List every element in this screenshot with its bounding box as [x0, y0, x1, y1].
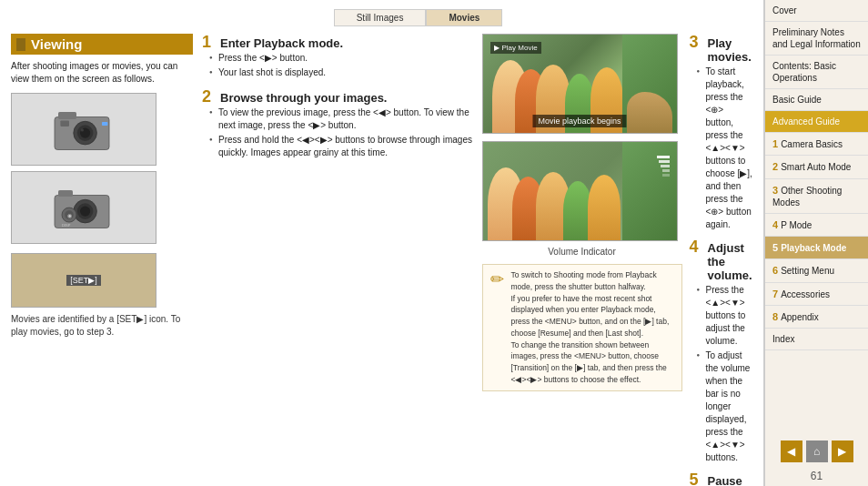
sidebar-item-num-12: 8 [772, 310, 778, 323]
sidebar: CoverPreliminary Notes and Legal Informa… [764, 0, 868, 486]
play-overlay: ▶ Play Movie [490, 42, 541, 54]
svg-rect-6 [102, 122, 107, 126]
sidebar-item-label-5: Camera Basics [781, 139, 843, 149]
sidebar-item-6[interactable]: 2Smart Auto Mode [765, 156, 868, 178]
sidebar-item-8[interactable]: 4P Mode [765, 214, 868, 237]
sidebar-item-7[interactable]: 3Other Shooting Modes [765, 179, 868, 214]
set-badge: [SET▶] [66, 275, 101, 286]
sidebar-item-3[interactable]: Basic Guide [765, 89, 868, 111]
step-3-bullets: To start playback, press the <⊕> button,… [690, 66, 753, 231]
step-1-bullets: Press the <▶> button. Your last shot is … [202, 52, 473, 79]
step-2-header: 2 Browse through your images. [202, 88, 473, 105]
svg-rect-12 [58, 189, 73, 196]
thumb-set-icon: [SET▶] [11, 253, 156, 308]
page-title: Viewing [31, 36, 82, 52]
intro-text: After shooting images or movies, you can… [11, 60, 193, 86]
sidebar-item-num-8: 4 [772, 218, 778, 231]
movies-note: Movies are identified by a [SET▶] icon. … [11, 313, 193, 339]
sidebar-item-5[interactable]: 1Camera Basics [765, 133, 868, 156]
sidebar-item-4[interactable]: Advanced Guide [765, 111, 868, 133]
page-title-bar: Viewing [11, 34, 193, 55]
camera-illustration-2: ◉ DISP [47, 183, 120, 233]
svg-text:◉: ◉ [67, 213, 72, 218]
svg-text:DISP: DISP [62, 222, 71, 227]
sidebar-item-num-9: 5 [772, 241, 778, 254]
step-3-bullet-0: To start playback, press the <⊕> button,… [697, 66, 753, 231]
step-2-bullets: To view the previous image, press the <◀… [202, 106, 473, 159]
tab-still-images[interactable]: Still Images [334, 9, 427, 26]
photo1-sublabel: Movie playback begins [532, 115, 626, 127]
sidebar-item-9[interactable]: 5Playback Mode [765, 237, 868, 259]
sidebar-items-container: CoverPreliminary Notes and Legal Informa… [765, 0, 868, 350]
middle-right: ▶ Play Movie Movie playback begins [482, 34, 753, 486]
step-2-title: Browse through your images. [220, 91, 387, 105]
nav-next-button[interactable]: ▶ [832, 440, 853, 462]
step-5: 5 Pause playback. To pause or resume pla… [690, 471, 753, 486]
step-1-title: Enter Playback mode. [220, 36, 343, 50]
vol-bar-1 [657, 156, 670, 158]
photo-column: ▶ Play Movie Movie playback begins [482, 34, 682, 486]
thumb-camera-2: ◉ DISP [11, 171, 156, 244]
svg-rect-1 [58, 111, 76, 118]
step-5-header: 5 Pause playback. [690, 471, 753, 486]
sidebar-item-10[interactable]: 6Setting Menu [765, 259, 868, 282]
sidebar-item-label-2: Contents: Basic Operations [772, 61, 836, 83]
sidebar-item-label-0: Cover [772, 5, 797, 15]
vol-bar-4 [662, 169, 670, 172]
sidebar-item-12[interactable]: 8Appendix [765, 306, 868, 329]
step-1-bullet-0: Press the <▶> button. [209, 52, 473, 65]
sidebar-item-0[interactable]: Cover [765, 0, 868, 22]
tab-movies[interactable]: Movies [426, 9, 502, 26]
notes-text: To switch to Shooting mode from Playback… [511, 269, 674, 386]
person-vol-5 [588, 175, 621, 240]
step-4-num: 4 [690, 238, 704, 255]
nav-prev-button[interactable]: ◀ [781, 440, 802, 462]
sidebar-item-2[interactable]: Contents: Basic Operations [765, 56, 868, 89]
sidebar-item-label-7: Other Shooting Modes [772, 186, 842, 208]
camera-illustration-1 [47, 105, 120, 155]
main-content: Still Images Movies Viewing After shooti… [0, 0, 764, 486]
volume-bars [657, 156, 670, 177]
step-4: 4 Adjust the volume. Press the <▲><▼> bu… [690, 238, 753, 464]
vol-bar-5 [662, 174, 670, 177]
step-3-header: 3 Play movies. [690, 34, 753, 64]
step-4-title: Adjust the volume. [708, 241, 753, 282]
play-label: Play Movie [502, 44, 538, 52]
step-1-bullet-1: Your last shot is displayed. [209, 66, 473, 79]
set-icon-row: [SET▶] [11, 253, 193, 308]
step-3: 3 Play movies. To start playback, press … [690, 34, 753, 231]
sidebar-spacer [765, 350, 868, 433]
step-3-title: Play movies. [708, 36, 753, 64]
sidebar-item-label-4: Advanced Guide [772, 116, 840, 127]
vol-bar-3 [661, 165, 670, 167]
sidebar-item-13[interactable]: Index [765, 329, 868, 350]
sidebar-item-num-7: 3 [772, 184, 778, 197]
sidebar-item-label-9: Playback Mode [781, 243, 846, 253]
sidebar-item-11[interactable]: 7Accessories [765, 283, 868, 306]
photo-volume [482, 141, 678, 241]
volume-indicator-label: Volume Indicator [482, 247, 682, 257]
right-steps: 3 Play movies. To start playback, press … [690, 34, 753, 486]
sidebar-item-1[interactable]: Preliminary Notes and Legal Information [765, 22, 868, 56]
step-5-title: Pause playback. [708, 474, 762, 486]
svg-point-5 [81, 128, 84, 131]
sidebar-item-label-1: Preliminary Notes and Legal Information [772, 27, 861, 49]
photo-play-movie: ▶ Play Movie Movie playback begins [482, 34, 678, 134]
step-4-bullets: Press the <▲><▼> buttons to adjust the v… [690, 284, 753, 464]
sidebar-item-num-5: 1 [772, 137, 778, 150]
step-2-bullet-0: To view the previous image, press the <◀… [209, 106, 473, 132]
step-1-header: 1 Enter Playback mode. [202, 34, 473, 50]
play-icon: ▶ [494, 44, 500, 52]
sidebar-item-label-11: Accessories [781, 289, 830, 299]
step-4-bullet-1: To adjust the volume when the bar is no … [697, 349, 753, 464]
note-1: If you prefer to have the most recent sh… [511, 293, 674, 339]
thumbnails: ◉ DISP [SET▶] Movies are identified by a… [11, 93, 193, 339]
sidebar-item-label-13: Index [772, 334, 794, 344]
tabs-row: Still Images Movies [84, 9, 752, 26]
left-column: Viewing After shooting images or movies,… [11, 34, 193, 486]
nav-home-button[interactable]: ⌂ [806, 440, 828, 462]
sidebar-item-label-3: Basic Guide [772, 95, 822, 105]
sidebar-item-num-10: 6 [772, 264, 778, 277]
step-1-num: 1 [202, 34, 217, 50]
step-4-header: 4 Adjust the volume. [690, 238, 753, 282]
